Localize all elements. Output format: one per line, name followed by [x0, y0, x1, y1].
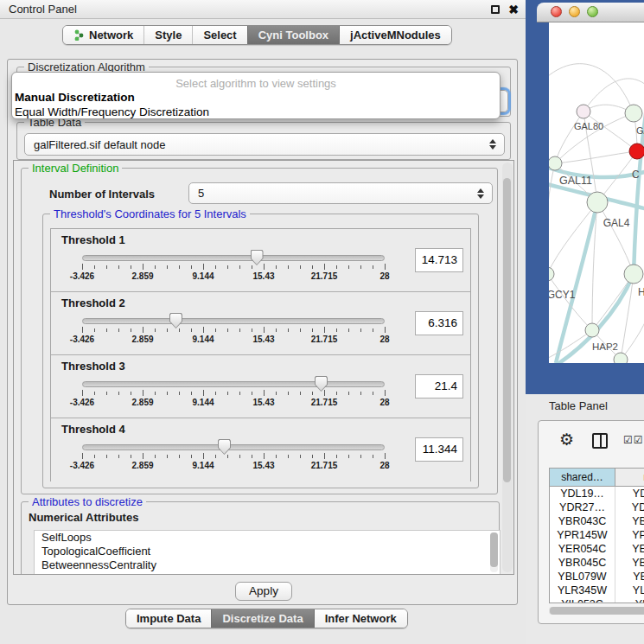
threshold-slider-handle[interactable]: [169, 313, 182, 328]
tick-mark: [215, 328, 216, 332]
network-node[interactable]: [614, 353, 628, 363]
number-of-intervals-combobox[interactable]: 5: [188, 182, 493, 204]
network-node[interactable]: [624, 265, 643, 284]
network-node[interactable]: [577, 105, 590, 118]
float-icon[interactable]: [491, 5, 500, 14]
threshold-slider-handle[interactable]: [251, 250, 264, 265]
cyni-toolbox-panel: Discretization Algorithm Select algorith…: [7, 59, 518, 605]
threshold-value-input[interactable]: 21.4: [415, 374, 463, 399]
algorithm-option-equal-width[interactable]: Equal Width/Frequency Discretization: [12, 105, 500, 119]
network-node[interactable]: [549, 267, 554, 281]
tick-mark: [155, 265, 156, 269]
apply-button[interactable]: Apply: [235, 582, 292, 601]
threshold-label: Threshold 4: [61, 423, 125, 436]
threshold-value-input[interactable]: 11.344: [415, 437, 463, 462]
columns-icon[interactable]: [592, 433, 608, 449]
table-row[interactable]: YBL079WYBL0: [550, 570, 644, 583]
table-data-combobox[interactable]: galFiltered.sif default node: [24, 133, 505, 156]
table-row[interactable]: YIL052CYIL0: [550, 597, 644, 603]
network-node-label: GA: [636, 125, 644, 136]
network-node-label: GAL11: [559, 175, 592, 187]
close-icon[interactable]: ✖: [508, 1, 519, 18]
network-edge[interactable]: [597, 202, 634, 274]
threshold-slider-handle[interactable]: [218, 439, 231, 455]
network-edge-thick[interactable]: [556, 202, 597, 363]
table-row[interactable]: YPR145WYPR1: [550, 528, 644, 542]
tick-mark: [324, 264, 325, 270]
interval-definition-fieldset: Interval Definition Number of Intervals …: [21, 168, 498, 494]
network-canvas[interactable]: GAL80GACGAL11GAL4GCY1HHAP2: [549, 22, 644, 363]
table-cell: YPR1: [615, 528, 644, 542]
tick-mark: [373, 392, 373, 395]
tick-mark: [215, 265, 216, 269]
tick-mark: [324, 327, 325, 333]
table-cell: YLR3: [615, 583, 644, 597]
settings-scrollbar[interactable]: [502, 163, 513, 572]
attribute-list-item[interactable]: TopologicalCoefficient: [35, 545, 500, 558]
tab-infer-network[interactable]: Infer Network: [314, 609, 407, 628]
network-edge[interactable]: [555, 151, 637, 163]
checkbox-icons[interactable]: ☑☑: [623, 434, 644, 446]
tab-cyni-toolbox[interactable]: Cyni Toolbox: [247, 26, 339, 44]
tab-select[interactable]: Select: [192, 26, 246, 44]
tick-mark: [227, 265, 228, 269]
tab-discretize-data[interactable]: Discretize Data: [211, 609, 313, 628]
close-traffic-light-icon[interactable]: [551, 6, 562, 17]
scale-label: -3.426: [70, 335, 94, 344]
table-cell: YDR2: [615, 501, 644, 514]
network-node[interactable]: [585, 323, 599, 337]
tick-mark: [94, 328, 95, 332]
threshold-slider-track[interactable]: [82, 255, 385, 261]
threshold-slider-track[interactable]: [82, 444, 385, 450]
tick-mark: [336, 455, 337, 458]
tick-mark: [82, 453, 83, 459]
network-edge[interactable]: [549, 163, 555, 274]
threshold-value-input[interactable]: 6.316: [415, 311, 463, 335]
network-node[interactable]: [549, 156, 562, 170]
attribute-list-item[interactable]: BetweennessCentrality: [35, 558, 500, 572]
tick-mark: [348, 455, 349, 458]
table-row[interactable]: YDL19…YDL1: [550, 487, 644, 501]
tab-network[interactable]: Network: [63, 26, 143, 44]
threshold-slider-track[interactable]: [82, 318, 385, 324]
tab-jactivemnodules[interactable]: jActiveMNodules: [339, 26, 451, 44]
network-edge[interactable]: [549, 64, 634, 113]
table-row[interactable]: YBR045CYBR0: [550, 556, 644, 570]
tab-impute-data[interactable]: Impute Data: [126, 609, 211, 628]
tick-mark: [360, 328, 361, 332]
table-horizontal-scrollbar[interactable]: [549, 607, 644, 615]
scale-label: 15.43: [252, 271, 274, 281]
node-attribute-table[interactable]: shared…nYDL19…YDL1YDR27…YDR2YBR043CYBR0Y…: [549, 468, 644, 603]
network-node[interactable]: [587, 192, 608, 213]
table-cell: YBL079W: [550, 570, 615, 583]
tick-mark: [191, 328, 192, 332]
network-node[interactable]: [629, 143, 644, 159]
zoom-traffic-light-icon[interactable]: [587, 6, 598, 17]
threshold-row: Threshold 3-3.4262.8599.14415.4321.71528…: [51, 355, 470, 418]
tick-mark: [385, 453, 386, 459]
table-row[interactable]: YER054CYER0: [550, 542, 644, 556]
attributes-legend: Attributes to discretize: [29, 495, 146, 508]
attribute-list-item[interactable]: SelfLoops: [35, 531, 500, 545]
network-edge[interactable]: [592, 274, 634, 330]
threshold-label: Threshold 2: [61, 296, 125, 309]
table-row[interactable]: YLR345WYLR3: [550, 583, 644, 597]
attributes-scrollbar[interactable]: [490, 532, 498, 572]
algorithm-option-manual[interactable]: Manual Discretization: [12, 90, 500, 105]
table-row[interactable]: YDR27…YDR2: [550, 501, 644, 514]
tick-mark: [191, 265, 192, 269]
tick-mark: [276, 455, 277, 458]
tab-style[interactable]: Style: [143, 26, 192, 44]
table-row[interactable]: YBR043CYBR0: [550, 514, 644, 528]
network-edge[interactable]: [555, 112, 583, 163]
network-node[interactable]: [625, 105, 642, 122]
table-column-header[interactable]: n: [615, 469, 644, 487]
threshold-value-input[interactable]: 14.713: [415, 248, 463, 272]
threshold-slider-track[interactable]: [82, 381, 385, 387]
gear-icon[interactable]: ⚙: [559, 430, 574, 450]
numerical-attributes-list[interactable]: SelfLoopsTopologicalCoefficientBetweenne…: [34, 530, 501, 575]
tick-mark: [264, 390, 265, 396]
minimize-traffic-light-icon[interactable]: [569, 6, 580, 17]
table-column-header[interactable]: shared…: [550, 469, 615, 487]
threshold-slider-handle[interactable]: [315, 376, 328, 392]
